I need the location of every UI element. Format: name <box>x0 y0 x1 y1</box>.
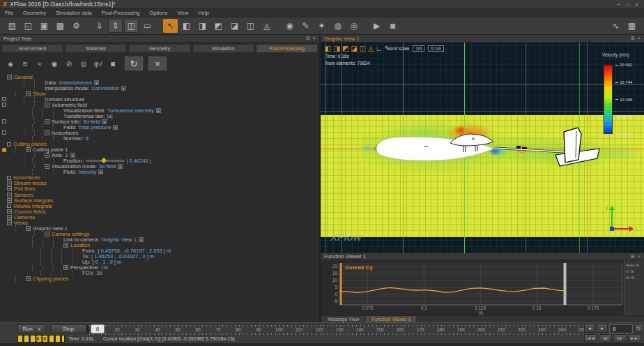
step-back-button[interactable]: ◄|| <box>599 334 612 343</box>
tree-row-volume-integrals[interactable]: Volume integrals <box>0 203 319 209</box>
timeline-frame-110[interactable]: 110 <box>293 327 305 332</box>
timeline-frame-180[interactable]: 180 <box>435 327 446 332</box>
tree-row-to[interactable]: To:[ 1.46253 , -0.03107 , 0 ] m <box>0 254 319 260</box>
frame-number-input[interactable]: 8 <box>609 324 633 333</box>
timeline-frame-100[interactable]: 100 <box>273 327 284 332</box>
view-back-icon[interactable]: ◨ <box>333 45 339 52</box>
tree-row-interpolation-mode[interactable]: Interpolation mode:Convolution▾ <box>0 85 319 91</box>
tree-row-visualization-field[interactable]: Visualization field:Turbulence intensity… <box>0 107 319 113</box>
import-geometry-icon[interactable]: ⇓ <box>92 19 107 33</box>
expander-icon[interactable]: + <box>63 243 68 248</box>
close-icon[interactable]: × <box>638 36 641 41</box>
stop-button[interactable]: Stop <box>50 324 86 333</box>
tree-row-graphic-view-1[interactable]: −Graphic view 1 <box>0 225 319 231</box>
view-iso-icon[interactable]: ◬ <box>368 45 374 52</box>
tree-row-number[interactable]: Number:5 <box>0 136 319 142</box>
tree-row-surface-info[interactable]: −Surface info:3d field▾ <box>0 119 319 124</box>
timeline-frame-40[interactable]: 40 <box>152 327 163 332</box>
select-tool-icon[interactable]: ↖ <box>163 19 178 33</box>
rotate-view-tool-icon[interactable]: ◪ <box>227 19 242 33</box>
expander-icon[interactable]: − <box>45 103 49 107</box>
row-checkbox[interactable] <box>2 119 6 123</box>
tree-row-perspective[interactable]: +Perspective:On <box>0 265 319 271</box>
graphic-viewport[interactable]: ◧◨◩◪◫◬∟✎ Grid scale 1m 0.1m Time: 0.16s … <box>321 43 644 253</box>
menu-simulation-data[interactable]: Simulation data <box>51 10 97 16</box>
dropdown-icon[interactable]: ▾ <box>121 86 126 91</box>
expander-icon[interactable]: − <box>26 91 31 96</box>
tree-row-cutting-plane-1[interactable]: −Cutting plane 1 <box>0 147 319 153</box>
timeline-frame-60[interactable]: 60 <box>192 327 204 332</box>
timeline-frame-170[interactable]: 170 <box>415 327 426 332</box>
pin-icon[interactable]: ⊞ <box>631 36 635 41</box>
step-forward-button[interactable]: ||► <box>613 334 627 343</box>
expander-icon[interactable]: − <box>45 119 49 124</box>
view-left-icon[interactable]: ◩ <box>342 45 348 52</box>
tab-message-view[interactable]: Message View <box>322 316 365 322</box>
row-checkbox[interactable] <box>2 103 6 107</box>
timeline-frame-90[interactable]: 90 <box>253 327 264 332</box>
save-project-icon[interactable]: ▣ <box>37 19 52 33</box>
tree-row-isosurfaces[interactable]: −Isosurfaces <box>0 130 319 135</box>
menu-view[interactable]: View <box>172 10 193 16</box>
timeline-frame-70[interactable]: 70 <box>213 327 224 332</box>
timeline-frame-50[interactable]: 50 <box>172 327 183 332</box>
layers-tool-icon[interactable]: ≋ <box>19 58 31 69</box>
expander-icon[interactable]: − <box>7 75 12 80</box>
record-animation-icon[interactable]: ▶ <box>369 19 384 33</box>
tree-row-plot-lines[interactable]: −Plot lines <box>0 186 319 192</box>
dropdown-icon[interactable]: ▾ <box>102 119 107 124</box>
timeline-frame-230[interactable]: 230 <box>536 327 547 332</box>
timeline-frame-200[interactable]: 200 <box>475 327 486 332</box>
menu-file[interactable]: File <box>0 10 18 16</box>
v-fit-button[interactable]: V: fit <box>626 269 634 273</box>
expander-icon[interactable]: − <box>7 198 12 203</box>
pan-view-tool-icon[interactable]: ◨ <box>195 19 210 33</box>
probe-tool-icon[interactable]: ◎ <box>77 58 90 69</box>
dropdown-icon[interactable]: ▾ <box>98 170 103 174</box>
timeline-frame-160[interactable]: 160 <box>394 327 406 332</box>
dropdown-icon[interactable]: ▾ <box>70 153 75 158</box>
dropdown-icon[interactable]: ▾ <box>118 164 123 169</box>
tree-row-cameras[interactable]: −Cameras <box>0 214 319 220</box>
isosurface-tool-icon[interactable]: ◈ <box>4 58 17 69</box>
tree-row-transference-law[interactable]: Transference law:[a] <box>0 113 319 119</box>
tree-row-volumetric-field[interactable]: −Volumetric field <box>0 102 319 107</box>
timeline-frame-150[interactable]: 150 <box>374 327 385 332</box>
perspective-view-tool-icon[interactable]: ◬ <box>259 19 274 33</box>
row-checkbox[interactable] <box>7 204 11 208</box>
expander-icon[interactable]: − <box>26 226 31 231</box>
timeline-frame-210[interactable]: 210 <box>496 327 507 332</box>
tree-row-from[interactable]: From:[ 0.45758 , -0.76187 , 2.553 ] m <box>0 248 319 253</box>
expander-icon[interactable]: − <box>26 276 31 281</box>
row-checkbox[interactable] <box>2 148 6 152</box>
cancel-icon[interactable]: × <box>148 57 167 70</box>
adjust-tool-icon[interactable]: ✦ <box>314 19 329 33</box>
timeline-frame-handle[interactable]: 8 <box>91 324 105 333</box>
row-checkbox[interactable] <box>2 130 6 135</box>
timeline-frame-240[interactable]: 240 <box>556 327 567 332</box>
refresh-icon[interactable]: ↻ <box>125 57 143 70</box>
tree-row-camera-settings[interactable]: −Camera settings <box>0 231 319 236</box>
stream-traces-tool-icon[interactable]: ≈ <box>33 58 46 69</box>
tab-materials[interactable]: Materials <box>65 44 127 53</box>
orbit-view-tool-icon[interactable]: ◧ <box>179 19 194 33</box>
tree-row-isosurfaces[interactable]: Isosurfaces <box>0 175 319 181</box>
sketch-tool-icon[interactable]: ✎ <box>298 19 313 33</box>
timeline-frame-20[interactable]: 20 <box>112 327 123 332</box>
sensor-tool-icon[interactable]: ◉ <box>48 58 61 69</box>
prev-frame-button[interactable]: ◄ <box>584 324 595 333</box>
view-right-icon[interactable]: ◪ <box>351 45 357 52</box>
axes-icon[interactable]: ∟ <box>376 45 383 52</box>
pin-icon[interactable]: ⊞ <box>631 254 635 260</box>
tree-row-link-to-camera[interactable]: Link to camera:Graphic View 1▾ <box>0 236 319 242</box>
dropdown-icon[interactable]: ▾ <box>156 108 161 113</box>
run-dropdown-icon[interactable]: ▾ <box>36 326 40 331</box>
zoom-region-tool-icon[interactable]: ◍ <box>330 19 345 33</box>
save-project-as-icon[interactable]: ▩ <box>53 19 68 33</box>
dropdown-icon[interactable]: ▾ <box>94 80 99 85</box>
function-viewer-toggle-icon[interactable]: ∿ <box>608 19 623 33</box>
maximize-button[interactable]: □ <box>623 0 632 9</box>
auto-fit-button[interactable]: Auto fit <box>626 263 639 267</box>
minimize-button[interactable]: − <box>614 0 623 9</box>
export-data-icon[interactable]: ⇕ <box>108 19 123 33</box>
